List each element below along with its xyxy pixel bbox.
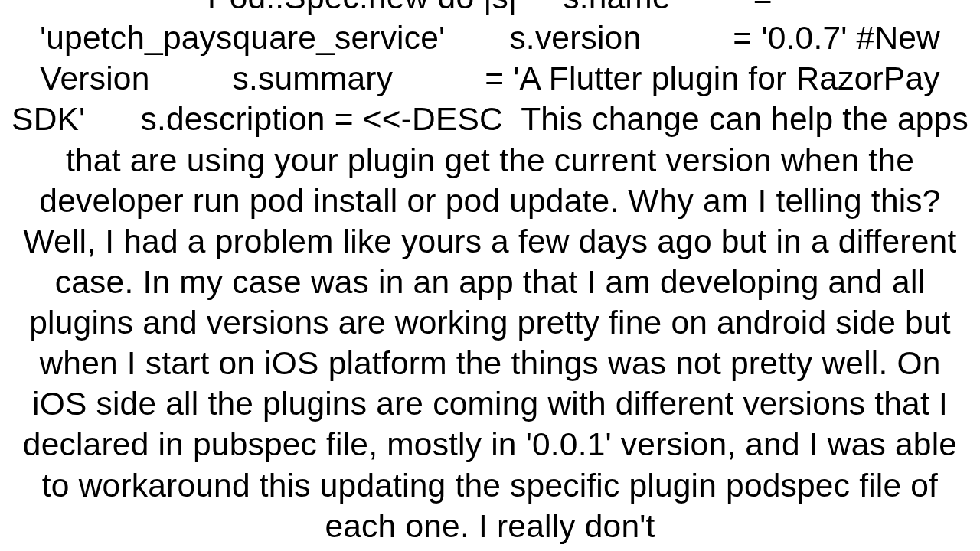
document-text: Pod::Spec.new do |s| s.name = 'upetch_pa… (0, 0, 980, 546)
